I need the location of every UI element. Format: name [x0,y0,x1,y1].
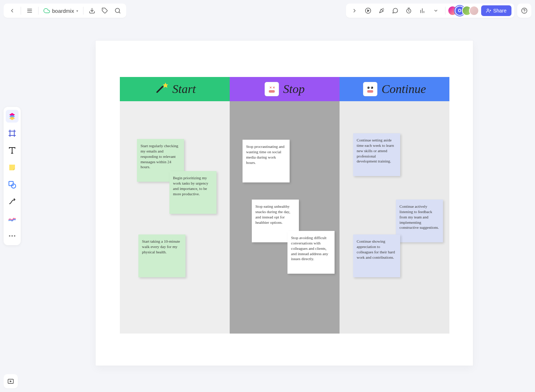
menu-button[interactable] [24,5,35,16]
left-toolbar [4,107,21,245]
celebrate-button[interactable] [376,5,387,16]
play-button[interactable] [362,5,374,16]
sticky-note[interactable]: Stop procrastinating and wasting time on… [243,140,290,182]
tool-shape[interactable] [6,178,19,191]
document-title-dropdown[interactable]: boardmix ▾ [41,7,80,14]
sticky-note[interactable]: Continue actively listening to feedback … [396,200,443,242]
column-start-title: Start [172,82,196,96]
sticky-note[interactable]: Stop avoiding difficult conversations wi… [287,231,335,274]
more-icon [8,232,16,240]
dizzy-face-icon: ✕✕ [265,82,279,96]
column-continue-body[interactable]: Continue setting aside time each week to… [340,101,449,334]
column-stop-title: Stop [283,82,305,96]
help-group [517,4,531,18]
svg-line-6 [119,12,120,13]
minimap-button[interactable] [4,374,18,388]
column-start: Start Start regularly checking my emails… [120,77,230,334]
svg-marker-34 [163,83,168,88]
svg-point-30 [11,235,13,237]
column-stop: ✕✕ Stop Stop procrastinating and wasting… [230,77,340,334]
svg-point-45 [367,87,370,89]
topbar-right-tools: O Share [346,4,514,18]
svg-rect-27 [9,181,13,186]
svg-point-47 [368,87,368,88]
column-continue-header[interactable]: Continue [340,77,449,101]
svg-point-29 [9,235,10,237]
separator [83,7,83,15]
magic-wand-icon [154,82,168,96]
help-button[interactable] [519,5,530,16]
share-label: Share [493,8,506,14]
minimap-icon [7,378,14,385]
svg-text:✕: ✕ [269,86,272,89]
frame-icon [8,129,16,138]
svg-marker-8 [367,10,369,12]
tool-frame[interactable] [6,127,19,140]
retro-grid: Start Start regularly checking my emails… [120,77,449,334]
column-stop-header[interactable]: ✕✕ Stop [230,77,340,101]
search-button[interactable] [112,5,123,16]
column-start-body[interactable]: Start regularly checking my emails and r… [120,101,230,334]
sticky-note[interactable]: Continue showing appreciation to colleag… [353,234,400,277]
sticky-note[interactable]: Begin prioritizing my work tasks by urge… [169,171,216,214]
column-continue: Continue Continue setting aside time eac… [340,77,449,334]
timer-button[interactable] [403,5,414,16]
back-button[interactable] [6,5,18,16]
document-title: boardmix [52,8,74,14]
templates-icon [8,112,16,120]
chart-button[interactable] [417,5,428,16]
column-stop-body[interactable]: Stop procrastinating and wasting time on… [230,101,340,334]
separator [38,7,39,15]
share-icon [486,8,491,13]
tool-text[interactable] [6,144,19,157]
separator [445,7,445,15]
svg-point-48 [371,87,372,88]
column-start-header[interactable]: Start [120,77,230,101]
topbar-left: boardmix ▾ [4,4,126,18]
avatar-initial: O [458,8,461,13]
tool-sticky-note[interactable] [6,161,19,174]
tool-more[interactable] [6,229,19,242]
comment-button[interactable] [389,5,401,16]
share-button[interactable]: Share [481,5,511,16]
download-button[interactable] [86,5,98,16]
text-icon [8,146,16,155]
collaborator-avatars[interactable]: O [449,6,479,16]
shape-icon [8,180,16,189]
more-tools-button[interactable] [430,5,442,16]
topbar-right: O Share [346,4,531,18]
cloud-sync-icon [44,7,50,14]
sticky-note[interactable]: Start taking a 10-minute walk every day … [138,234,185,277]
robot-face-icon [363,82,377,96]
sticky-note-icon [8,163,16,172]
sticky-note[interactable]: Continue setting aside time each week to… [353,133,400,176]
svg-point-46 [371,87,373,89]
avatar[interactable] [469,6,479,16]
connector-icon [8,197,16,206]
svg-text:✕: ✕ [272,86,275,89]
svg-point-31 [14,235,15,237]
separator [21,7,21,15]
svg-point-13 [487,9,489,11]
tag-button[interactable] [99,5,111,16]
tool-pen[interactable] [6,212,19,225]
tool-templates[interactable] [6,110,19,123]
column-continue-title: Continue [382,82,426,96]
tool-connector[interactable] [6,195,19,208]
svg-marker-33 [10,381,11,382]
pen-icon [8,215,16,223]
collapse-button[interactable] [349,5,360,16]
chevron-down-icon: ▾ [76,9,78,13]
